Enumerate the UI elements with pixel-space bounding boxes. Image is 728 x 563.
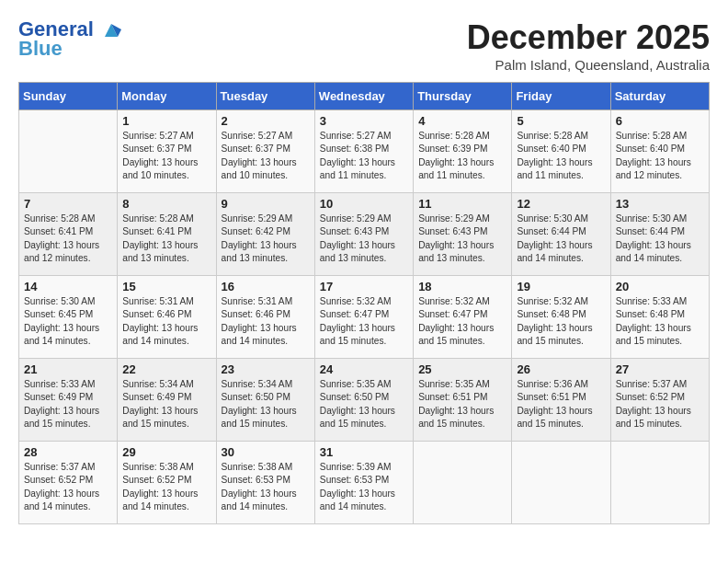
- day-number: 11: [418, 197, 506, 211]
- day-number: 30: [222, 445, 310, 459]
- day-info: Sunrise: 5:38 AM Sunset: 6:52 PM Dayligh…: [122, 461, 210, 513]
- weekday-header: Saturday: [610, 83, 709, 110]
- day-number: 10: [320, 197, 408, 211]
- calendar-cell: [414, 442, 512, 524]
- day-info: Sunrise: 5:35 AM Sunset: 6:50 PM Dayligh…: [320, 378, 408, 431]
- calendar-cell: 14Sunrise: 5:30 AM Sunset: 6:45 PM Dayli…: [19, 276, 118, 359]
- day-number: 29: [122, 445, 210, 459]
- day-info: Sunrise: 5:36 AM Sunset: 6:51 PM Dayligh…: [517, 378, 605, 431]
- day-number: 8: [122, 197, 210, 211]
- day-number: 3: [320, 114, 408, 128]
- day-number: 17: [320, 280, 408, 293]
- day-number: 26: [517, 362, 605, 376]
- weekday-header: Thursday: [414, 83, 512, 110]
- month-title: December 2025: [467, 18, 710, 57]
- calendar-cell: 11Sunrise: 5:29 AM Sunset: 6:43 PM Dayli…: [414, 193, 512, 276]
- day-info: Sunrise: 5:28 AM Sunset: 6:40 PM Dayligh…: [517, 130, 605, 182]
- calendar-cell: 6Sunrise: 5:28 AM Sunset: 6:40 PM Daylig…: [610, 110, 709, 193]
- day-info: Sunrise: 5:35 AM Sunset: 6:51 PM Dayligh…: [418, 378, 506, 431]
- weekday-header: Monday: [118, 83, 216, 110]
- day-number: 14: [24, 280, 112, 293]
- day-number: 13: [616, 197, 704, 211]
- day-number: 4: [418, 114, 506, 128]
- day-info: Sunrise: 5:30 AM Sunset: 6:44 PM Dayligh…: [517, 213, 605, 265]
- day-number: 1: [122, 114, 210, 128]
- calendar-cell: 13Sunrise: 5:30 AM Sunset: 6:44 PM Dayli…: [610, 193, 709, 276]
- calendar-cell: 19Sunrise: 5:32 AM Sunset: 6:48 PM Dayli…: [512, 276, 610, 359]
- day-info: Sunrise: 5:27 AM Sunset: 6:37 PM Dayligh…: [222, 130, 310, 182]
- day-number: 28: [24, 445, 112, 459]
- weekday-header: Friday: [512, 83, 610, 110]
- calendar-cell: 12Sunrise: 5:30 AM Sunset: 6:44 PM Dayli…: [512, 193, 610, 276]
- location: Palm Island, Queensland, Australia: [467, 57, 710, 73]
- day-number: 5: [517, 114, 605, 128]
- calendar-cell: 29Sunrise: 5:38 AM Sunset: 6:52 PM Dayli…: [118, 442, 216, 524]
- day-number: 23: [222, 362, 310, 376]
- day-number: 16: [222, 280, 310, 293]
- day-info: Sunrise: 5:37 AM Sunset: 6:52 PM Dayligh…: [616, 378, 704, 431]
- day-info: Sunrise: 5:30 AM Sunset: 6:45 PM Dayligh…: [24, 295, 112, 348]
- day-info: Sunrise: 5:31 AM Sunset: 6:46 PM Dayligh…: [122, 295, 210, 348]
- calendar-cell: [610, 442, 709, 524]
- day-number: 22: [122, 362, 210, 376]
- page-header: General Blue December 2025 Palm Island, …: [18, 18, 710, 73]
- logo-blue: Blue: [18, 37, 63, 61]
- day-info: Sunrise: 5:28 AM Sunset: 6:41 PM Dayligh…: [122, 213, 210, 265]
- title-block: December 2025 Palm Island, Queensland, A…: [467, 18, 710, 73]
- day-number: 21: [24, 362, 112, 376]
- day-number: 19: [517, 280, 605, 293]
- calendar-cell: 9Sunrise: 5:29 AM Sunset: 6:42 PM Daylig…: [216, 193, 314, 276]
- day-number: 27: [616, 362, 704, 376]
- calendar-cell: [512, 442, 610, 524]
- day-info: Sunrise: 5:28 AM Sunset: 6:39 PM Dayligh…: [418, 130, 506, 182]
- day-info: Sunrise: 5:32 AM Sunset: 6:47 PM Dayligh…: [320, 295, 408, 348]
- calendar-cell: 28Sunrise: 5:37 AM Sunset: 6:52 PM Dayli…: [19, 442, 118, 524]
- calendar-week-row: 28Sunrise: 5:37 AM Sunset: 6:52 PM Dayli…: [19, 442, 710, 524]
- calendar-cell: 8Sunrise: 5:28 AM Sunset: 6:41 PM Daylig…: [118, 193, 216, 276]
- day-info: Sunrise: 5:39 AM Sunset: 6:53 PM Dayligh…: [320, 461, 408, 513]
- day-number: 2: [222, 114, 310, 128]
- calendar-cell: 31Sunrise: 5:39 AM Sunset: 6:53 PM Dayli…: [314, 442, 413, 524]
- calendar-cell: 16Sunrise: 5:31 AM Sunset: 6:46 PM Dayli…: [216, 276, 314, 359]
- day-info: Sunrise: 5:27 AM Sunset: 6:37 PM Dayligh…: [122, 130, 210, 182]
- calendar-week-row: 14Sunrise: 5:30 AM Sunset: 6:45 PM Dayli…: [19, 276, 710, 359]
- calendar-cell: 1Sunrise: 5:27 AM Sunset: 6:37 PM Daylig…: [118, 110, 216, 193]
- day-info: Sunrise: 5:29 AM Sunset: 6:43 PM Dayligh…: [320, 213, 408, 265]
- day-info: Sunrise: 5:37 AM Sunset: 6:52 PM Dayligh…: [24, 461, 112, 513]
- calendar-cell: 5Sunrise: 5:28 AM Sunset: 6:40 PM Daylig…: [512, 110, 610, 193]
- calendar-week-row: 7Sunrise: 5:28 AM Sunset: 6:41 PM Daylig…: [19, 193, 710, 276]
- calendar-cell: 26Sunrise: 5:36 AM Sunset: 6:51 PM Dayli…: [512, 359, 610, 442]
- calendar-cell: 21Sunrise: 5:33 AM Sunset: 6:49 PM Dayli…: [19, 359, 118, 442]
- calendar-cell: 22Sunrise: 5:34 AM Sunset: 6:49 PM Dayli…: [118, 359, 216, 442]
- calendar-cell: 10Sunrise: 5:29 AM Sunset: 6:43 PM Dayli…: [314, 193, 413, 276]
- day-info: Sunrise: 5:32 AM Sunset: 6:47 PM Dayligh…: [418, 295, 506, 348]
- weekday-header-row: SundayMondayTuesdayWednesdayThursdayFrid…: [19, 83, 710, 110]
- day-info: Sunrise: 5:29 AM Sunset: 6:43 PM Dayligh…: [418, 213, 506, 265]
- day-number: 7: [24, 197, 112, 211]
- calendar-week-row: 1Sunrise: 5:27 AM Sunset: 6:37 PM Daylig…: [19, 110, 710, 193]
- day-number: 18: [418, 280, 506, 293]
- weekday-header: Tuesday: [216, 83, 314, 110]
- day-info: Sunrise: 5:34 AM Sunset: 6:49 PM Dayligh…: [122, 378, 210, 431]
- calendar-table: SundayMondayTuesdayWednesdayThursdayFrid…: [18, 82, 710, 524]
- logo: General Blue: [18, 18, 121, 61]
- calendar-cell: 27Sunrise: 5:37 AM Sunset: 6:52 PM Dayli…: [610, 359, 709, 442]
- day-number: 9: [222, 197, 310, 211]
- calendar-cell: 2Sunrise: 5:27 AM Sunset: 6:37 PM Daylig…: [216, 110, 314, 193]
- calendar-cell: 24Sunrise: 5:35 AM Sunset: 6:50 PM Dayli…: [314, 359, 413, 442]
- day-info: Sunrise: 5:30 AM Sunset: 6:44 PM Dayligh…: [616, 213, 704, 265]
- weekday-header: Sunday: [19, 83, 118, 110]
- calendar-week-row: 21Sunrise: 5:33 AM Sunset: 6:49 PM Dayli…: [19, 359, 710, 442]
- day-info: Sunrise: 5:31 AM Sunset: 6:46 PM Dayligh…: [222, 295, 310, 348]
- calendar-cell: 23Sunrise: 5:34 AM Sunset: 6:50 PM Dayli…: [216, 359, 314, 442]
- day-info: Sunrise: 5:38 AM Sunset: 6:53 PM Dayligh…: [222, 461, 310, 513]
- calendar-cell: 30Sunrise: 5:38 AM Sunset: 6:53 PM Dayli…: [216, 442, 314, 524]
- day-number: 6: [616, 114, 704, 128]
- calendar-cell: 7Sunrise: 5:28 AM Sunset: 6:41 PM Daylig…: [19, 193, 118, 276]
- day-info: Sunrise: 5:33 AM Sunset: 6:49 PM Dayligh…: [24, 378, 112, 431]
- calendar-cell: 15Sunrise: 5:31 AM Sunset: 6:46 PM Dayli…: [118, 276, 216, 359]
- day-info: Sunrise: 5:33 AM Sunset: 6:48 PM Dayligh…: [616, 295, 704, 348]
- day-info: Sunrise: 5:34 AM Sunset: 6:50 PM Dayligh…: [222, 378, 310, 431]
- day-info: Sunrise: 5:32 AM Sunset: 6:48 PM Dayligh…: [517, 295, 605, 348]
- calendar-cell: 18Sunrise: 5:32 AM Sunset: 6:47 PM Dayli…: [414, 276, 512, 359]
